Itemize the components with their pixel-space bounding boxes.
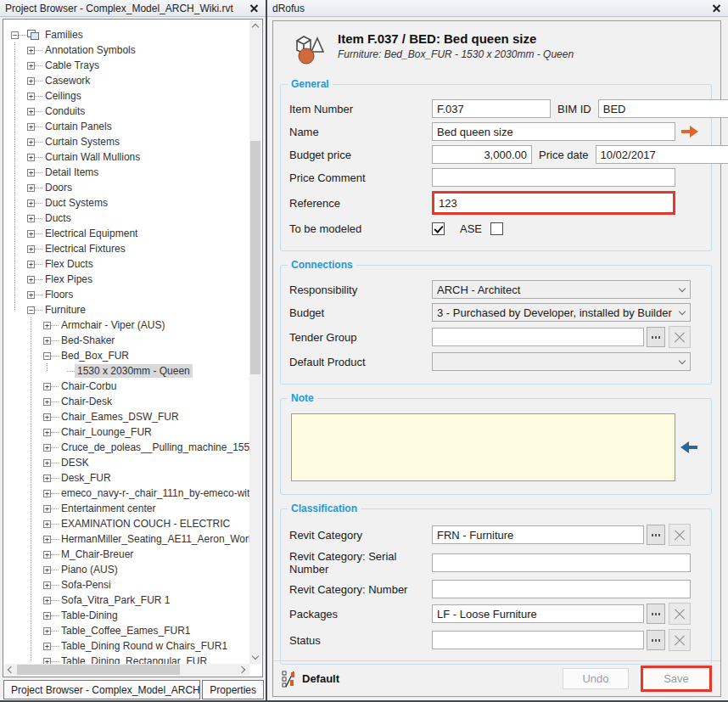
tree-expander-icon[interactable] (43, 429, 51, 436)
tree-expander-icon[interactable] (43, 658, 51, 665)
tree-expander-icon[interactable] (43, 444, 51, 452)
tree-expander-icon[interactable] (27, 306, 35, 314)
tab-properties[interactable]: Properties (202, 680, 264, 699)
tree-expander-icon[interactable] (43, 536, 51, 543)
pull-from-revit-arrow-icon[interactable] (680, 441, 698, 453)
horizontal-scrollbar[interactable] (4, 664, 249, 676)
tree-item[interactable]: Curtain Systems (4, 134, 249, 149)
tree-expander-icon[interactable] (43, 413, 51, 421)
tree-item[interactable]: Ceilings (4, 88, 249, 104)
tree-item[interactable]: Curtain Wall Mullions (4, 149, 249, 165)
tree-expander-icon[interactable] (27, 261, 35, 268)
tree-expander-icon[interactable] (43, 383, 51, 390)
tree-item[interactable]: Chair-Desk (4, 394, 249, 409)
tree-item[interactable]: Conduits (4, 104, 249, 119)
tree-item[interactable]: Detail Items (4, 165, 249, 180)
tree-expander-icon[interactable] (43, 520, 51, 528)
tree-expander-icon[interactable] (27, 245, 35, 253)
clear-x-icon[interactable] (669, 603, 691, 625)
status-field[interactable] (432, 631, 644, 649)
scroll-right-icon[interactable] (238, 664, 249, 676)
responsibility-select[interactable]: ARCH - Architect (432, 280, 691, 299)
tree-item[interactable]: Table_Dining Round w Chairs_FUR1 (4, 638, 249, 654)
browse-ellipsis-icon[interactable] (647, 327, 665, 347)
tree-expander-icon[interactable] (27, 291, 35, 299)
tree-item[interactable]: Chair_Lounge_FUR (4, 424, 249, 440)
tree-expander-icon[interactable] (43, 490, 51, 497)
tree-item[interactable]: Sofa_Vitra_Park_FUR 1 (4, 592, 249, 608)
tree-item[interactable]: Cable Trays (4, 58, 249, 73)
reference-field[interactable] (434, 194, 673, 212)
tree-item[interactable]: Furniture (4, 302, 249, 317)
vertical-scrollbar[interactable] (249, 20, 261, 664)
tree-item[interactable]: Electrical Fixtures (4, 241, 249, 256)
push-to-revit-arrow-icon[interactable] (680, 126, 698, 138)
tree-expander-icon[interactable] (43, 643, 51, 650)
tree-expander-icon[interactable] (11, 31, 19, 39)
tree-item[interactable]: Desk_FUR (4, 470, 249, 486)
tree-item[interactable]: Chair-Corbu (4, 379, 249, 394)
budget-price-field[interactable] (432, 145, 532, 164)
tree-expander-icon[interactable] (43, 551, 51, 559)
tab-project-browser[interactable]: Project Browser - Complex_Model_ARCH_Wi.… (3, 680, 200, 699)
tree-item[interactable]: Table_Dining_Rectangular_FUR (4, 654, 249, 664)
tree-expander-icon[interactable] (27, 276, 35, 284)
tree-item[interactable]: Piano (AUS) (4, 562, 249, 577)
close-icon[interactable] (711, 3, 723, 14)
tree-item[interactable]: Doors (4, 180, 249, 195)
browse-ellipsis-icon[interactable] (647, 525, 665, 545)
tree-expander-icon[interactable] (27, 47, 35, 54)
tree-item[interactable]: emeco_navy-r-_chair_111n_by-emeco-with (4, 486, 249, 501)
scroll-down-icon[interactable] (249, 652, 261, 664)
tree-item[interactable]: Bed-Shaker (4, 333, 249, 348)
tree-item[interactable]: Floors (4, 287, 249, 302)
tree-item[interactable]: Electrical Equipment (4, 226, 249, 241)
tree-item[interactable]: 1530 x 2030mm - Queen (4, 363, 249, 379)
tree-expander-icon[interactable] (27, 123, 35, 131)
revit-category-field[interactable] (432, 525, 644, 544)
tree-item[interactable]: Curtain Panels (4, 119, 249, 134)
clear-x-icon[interactable] (669, 524, 691, 546)
vertical-scrollbar-thumb[interactable] (250, 141, 260, 374)
tree-item[interactable]: Table-Dining (4, 608, 249, 623)
tree-expander-icon[interactable] (27, 108, 35, 115)
tender-group-field[interactable] (432, 328, 644, 346)
tree-item[interactable]: Casework (4, 73, 249, 88)
tree-expander-icon[interactable] (27, 77, 35, 85)
tree-expander-icon[interactable] (43, 475, 51, 482)
budget-select[interactable]: 3 - Purchased by Developer, installed by… (432, 303, 691, 322)
tree-expander-icon[interactable] (27, 184, 35, 192)
browse-ellipsis-icon[interactable] (647, 630, 665, 650)
save-button[interactable]: Save (643, 668, 709, 689)
tree-item[interactable]: Entertainment center (4, 501, 249, 516)
tree-expander-icon[interactable] (27, 138, 35, 146)
tree-item[interactable]: Chair_Eames_DSW_FUR (4, 409, 249, 424)
serial-number-field[interactable] (432, 553, 691, 572)
tree-expander-icon[interactable] (27, 199, 35, 207)
tree-item[interactable]: Cruce_de_poleas__Pulling_machine_15500 (4, 440, 249, 455)
tree-item[interactable]: M_Chair-Breuer (4, 547, 249, 562)
tree-expander-icon[interactable] (43, 398, 51, 406)
tree-item[interactable]: Table_Coffee_Eames_FUR1 (4, 623, 249, 638)
horizontal-scrollbar-thumb[interactable] (17, 665, 180, 675)
tree-item[interactable]: EXAMINATION COUCH - ELECTRIC (4, 516, 249, 531)
tree-item[interactable]: Annotation Symbols (4, 42, 249, 58)
tree-item[interactable]: Bed_Box_FUR (4, 348, 249, 363)
clear-x-icon[interactable] (669, 629, 691, 651)
tree-item[interactable]: Flex Pipes (4, 272, 249, 287)
tree-item[interactable]: Ducts (4, 211, 249, 226)
tree-expander-icon[interactable] (43, 337, 51, 345)
tree-item[interactable]: HermanMiller_Seating_AE11_Aeron_WorkCh (4, 531, 249, 547)
tree-expander-icon[interactable] (27, 62, 35, 70)
tree-expander-icon[interactable] (27, 154, 35, 161)
tree-item[interactable]: Duct Systems (4, 195, 249, 211)
default-product-select[interactable] (432, 352, 691, 371)
undo-button[interactable]: Undo (563, 668, 629, 689)
tree-expander-icon[interactable] (43, 597, 51, 604)
scroll-left-icon[interactable] (4, 664, 16, 676)
packages-field[interactable] (432, 604, 644, 623)
tree-expander-icon[interactable] (43, 627, 51, 635)
name-field[interactable] (432, 122, 675, 141)
ase-checkbox[interactable] (490, 222, 503, 235)
tree-expander-icon[interactable] (43, 322, 51, 329)
